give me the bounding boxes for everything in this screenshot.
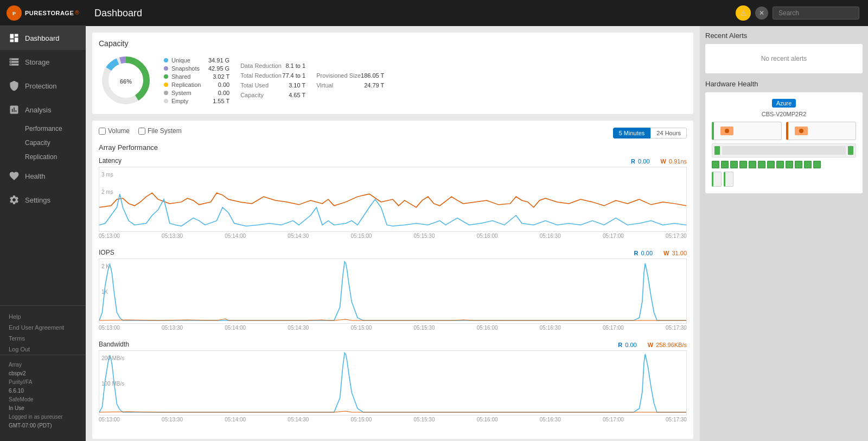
iops-y2: 1K bbox=[101, 289, 108, 295]
content-area: Capacity 66 bbox=[86, 26, 868, 441]
stat-total-used: Total Used 3.10 T bbox=[240, 82, 305, 89]
time-24hr-btn[interactable]: 24 Hours bbox=[650, 128, 687, 138]
latency-x5: 05:15:30 bbox=[414, 233, 435, 239]
stat-val-prov: 186.05 T bbox=[361, 72, 384, 79]
latency-r-val: 0.00 bbox=[638, 158, 649, 165]
stat-total-reduction: Total Reduction 77.4 to 1 bbox=[240, 72, 305, 79]
legend-label-snapshots: Snapshots bbox=[171, 65, 200, 72]
ssd-indicator bbox=[714, 146, 720, 155]
iops-x3: 05:14:30 bbox=[288, 325, 309, 331]
logo-area: P PURESTORAGE ® bbox=[0, 0, 86, 26]
stat-label-cap: Capacity bbox=[240, 92, 264, 98]
stat-val-tu: 3.10 T bbox=[289, 82, 305, 89]
help-link[interactable]: Help bbox=[0, 311, 86, 322]
safemode-label: SafeMode bbox=[9, 396, 34, 402]
bandwidth-header: Bandwidth R 0.00 W 258.96KB/s bbox=[99, 341, 687, 350]
sidebar-item-settings[interactable]: Settings bbox=[0, 188, 86, 212]
bandwidth-chart-section: Bandwidth R 0.00 W 258.96KB/s bbox=[99, 341, 687, 424]
bandwidth-y2: 100 MB/s bbox=[101, 381, 124, 387]
disk-7 bbox=[776, 161, 784, 168]
latency-x2: 05:14:00 bbox=[225, 233, 246, 239]
purity-value: 6.6.10 bbox=[9, 388, 24, 394]
bandwidth-x2: 05:14:00 bbox=[225, 417, 246, 423]
logo-trademark: ® bbox=[75, 10, 79, 16]
sidebar-sub-performance[interactable]: Performance bbox=[0, 122, 86, 136]
legend-dot-replication bbox=[164, 83, 168, 87]
stat-virtual: Virtual 24.79 T bbox=[316, 82, 384, 89]
alert-button[interactable]: ⚠ bbox=[736, 5, 751, 21]
hw-module-1 bbox=[724, 172, 733, 187]
bandwidth-x6: 05:16:00 bbox=[477, 417, 498, 423]
donut-pct: 66 bbox=[120, 78, 126, 85]
bandwidth-r: R 0.00 bbox=[618, 342, 636, 348]
sidebar-item-storage[interactable]: Storage bbox=[0, 50, 86, 74]
perf-controls: Volume File System 5 Minutes 24 Hours bbox=[99, 127, 687, 139]
disk-5 bbox=[758, 161, 765, 168]
bandwidth-w: W 258.96KB/s bbox=[648, 342, 687, 348]
logout-link[interactable]: Log Out bbox=[0, 344, 86, 355]
latency-x8: 05:17:00 bbox=[603, 233, 624, 239]
capacity-stats2: Provisioned Size 186.05 T Virtual 24.79 … bbox=[316, 72, 384, 89]
disk-0 bbox=[712, 161, 719, 168]
filesystem-checkbox[interactable]: File System bbox=[138, 127, 182, 135]
iops-y1: 2 K bbox=[101, 263, 110, 269]
bandwidth-x5: 05:15:30 bbox=[414, 417, 435, 423]
controller-1-icon bbox=[794, 125, 809, 136]
topbar: Dashboard ⚠ ✕ bbox=[86, 0, 868, 26]
latency-y1: 3 ms bbox=[101, 172, 113, 178]
array-performance-card: Volume File System 5 Minutes 24 Hours Ar… bbox=[92, 121, 693, 439]
capacity-content: 66% Unique 34.91 G Snapshots bbox=[99, 53, 687, 108]
iops-x-labels: 05:13:00 05:13:30 05:14:00 05:14:30 05:1… bbox=[99, 324, 687, 332]
bandwidth-r-label: R bbox=[618, 342, 622, 348]
legend-dot-system bbox=[164, 91, 168, 95]
close-button[interactable]: ✕ bbox=[755, 7, 768, 20]
eula-link[interactable]: End User Agreement bbox=[0, 322, 86, 333]
stat-data-reduction: Data Reduction 8.1 to 1 bbox=[240, 62, 305, 69]
search-input[interactable] bbox=[773, 7, 859, 20]
filesystem-check-input[interactable] bbox=[138, 128, 145, 135]
capacity-title: Capacity bbox=[99, 39, 687, 48]
page-title: Dashboard bbox=[94, 8, 142, 19]
iops-r-label: R bbox=[634, 250, 639, 256]
latency-x4: 05:15:00 bbox=[350, 233, 372, 239]
logged-in-label: Logged in as pureuser bbox=[9, 414, 63, 420]
storage-icon bbox=[9, 56, 20, 67]
analysis-icon bbox=[9, 104, 20, 115]
sidebar-sub-replication[interactable]: Replication bbox=[0, 150, 86, 164]
legend-system: System 0.00 bbox=[164, 90, 229, 96]
sidebar-item-dashboard[interactable]: Dashboard bbox=[0, 26, 86, 50]
filesystem-label: File System bbox=[148, 127, 182, 135]
sidebar-label-dashboard: Dashboard bbox=[25, 34, 60, 42]
right-panel: Recent Alerts No recent alerts Hardware … bbox=[700, 26, 868, 441]
latency-x9: 05:17:30 bbox=[666, 233, 687, 239]
sidebar-item-health[interactable]: Health bbox=[0, 164, 86, 188]
sidebar-sub-capacity[interactable]: Capacity bbox=[0, 136, 86, 150]
volume-checkbox[interactable]: Volume bbox=[99, 127, 130, 135]
sidebar-item-protection[interactable]: Protection bbox=[0, 74, 86, 98]
time-5min-btn[interactable]: 5 Minutes bbox=[613, 128, 651, 138]
sidebar-label-settings: Settings bbox=[25, 196, 50, 204]
iops-w: W 31.00 bbox=[663, 250, 687, 256]
hw-health-box: Azure CBS-V20MP2R2 bbox=[705, 92, 863, 193]
disk-10 bbox=[804, 161, 812, 168]
ssd-bar-bg bbox=[722, 146, 846, 155]
disk-11 bbox=[813, 161, 821, 168]
latency-chart: 3 ms 2 ms bbox=[99, 167, 687, 232]
legend-label-unique: Unique bbox=[171, 57, 190, 64]
legend-snapshots: Snapshots 42.95 G bbox=[164, 65, 229, 72]
sidebar-item-analysis[interactable]: Analysis bbox=[0, 98, 86, 122]
volume-check-input[interactable] bbox=[99, 128, 106, 135]
volume-label: Volume bbox=[108, 127, 130, 135]
terms-link[interactable]: Terms bbox=[0, 333, 86, 344]
main-area: Dashboard ⚠ ✕ Capacity bbox=[86, 0, 868, 441]
latency-x7: 05:16:30 bbox=[540, 233, 561, 239]
latency-y2: 2 ms bbox=[101, 189, 113, 195]
array-label: Array bbox=[9, 362, 22, 368]
stat-val-virt: 24.79 T bbox=[364, 82, 384, 89]
legend-dot-empty bbox=[164, 99, 168, 103]
capacity-stats1: Data Reduction 8.1 to 1 Total Reduction … bbox=[240, 62, 305, 98]
legend-val-shared: 3.02 T bbox=[207, 73, 229, 80]
iops-x9: 05:17:30 bbox=[666, 325, 687, 331]
logo-icon: P bbox=[7, 5, 22, 21]
latency-x6: 05:16:00 bbox=[477, 233, 498, 239]
